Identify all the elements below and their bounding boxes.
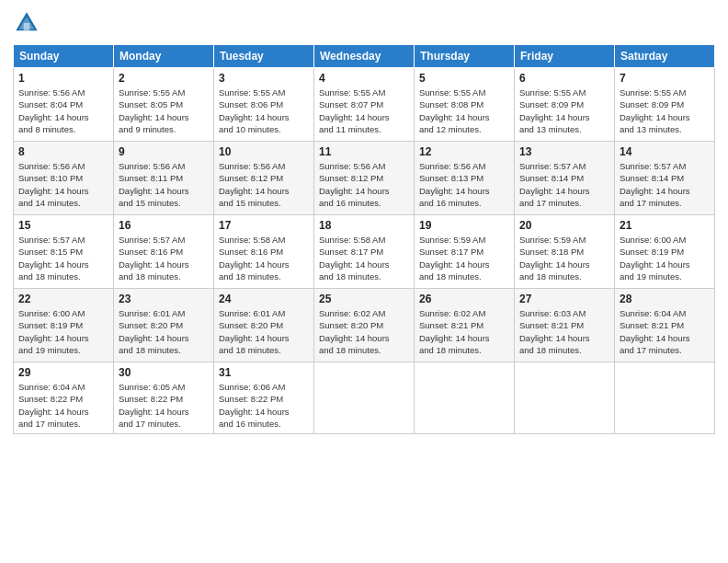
day-info: Sunrise: 5:59 AMSunset: 8:18 PMDaylight:… xyxy=(519,234,609,282)
calendar-cell: 2 Sunrise: 5:55 AMSunset: 8:05 PMDayligh… xyxy=(114,68,214,142)
day-info: Sunrise: 6:01 AMSunset: 8:20 PMDaylight:… xyxy=(219,307,309,356)
calendar-cell: 5 Sunrise: 5:55 AMSunset: 8:08 PMDayligh… xyxy=(415,68,515,142)
day-number: 19 xyxy=(419,219,509,232)
day-number: 4 xyxy=(319,72,409,85)
calendar-cell: 19 Sunrise: 5:59 AMSunset: 8:17 PMDaylig… xyxy=(415,215,515,289)
calendar-cell: 29 Sunrise: 6:04 AMSunset: 8:22 PMDaylig… xyxy=(14,362,114,434)
day-info: Sunrise: 5:56 AMSunset: 8:11 PMDaylight:… xyxy=(119,160,209,209)
day-info: Sunrise: 5:58 AMSunset: 8:17 PMDaylight:… xyxy=(319,234,409,282)
calendar-cell: 25 Sunrise: 6:02 AMSunset: 8:20 PMDaylig… xyxy=(314,289,415,362)
calendar-cell: 23 Sunrise: 6:01 AMSunset: 8:20 PMDaylig… xyxy=(114,289,214,362)
calendar-cell: 11 Sunrise: 5:56 AMSunset: 8:12 PMDaylig… xyxy=(314,142,415,215)
calendar-cell xyxy=(415,362,515,434)
day-number: 26 xyxy=(419,293,509,305)
day-of-week-header: Tuesday xyxy=(214,45,314,68)
calendar-cell: 14 Sunrise: 5:57 AMSunset: 8:14 PMDaylig… xyxy=(615,142,715,215)
calendar-cell: 24 Sunrise: 6:01 AMSunset: 8:20 PMDaylig… xyxy=(214,289,314,362)
calendar-week-row: 1 Sunrise: 5:56 AMSunset: 8:04 PMDayligh… xyxy=(14,68,715,142)
calendar-cell: 3 Sunrise: 5:55 AMSunset: 8:06 PMDayligh… xyxy=(214,68,314,142)
calendar-cell: 20 Sunrise: 5:59 AMSunset: 8:18 PMDaylig… xyxy=(515,215,615,289)
calendar-cell: 15 Sunrise: 5:57 AMSunset: 8:15 PMDaylig… xyxy=(14,215,114,289)
day-info: Sunrise: 6:04 AMSunset: 8:21 PMDaylight:… xyxy=(620,307,710,356)
day-of-week-header: Wednesday xyxy=(314,45,415,68)
day-info: Sunrise: 5:56 AMSunset: 8:13 PMDaylight:… xyxy=(419,160,509,209)
calendar-cell xyxy=(314,362,415,434)
day-number: 24 xyxy=(219,293,309,305)
day-info: Sunrise: 6:02 AMSunset: 8:21 PMDaylight:… xyxy=(419,307,509,356)
day-number: 10 xyxy=(219,145,309,158)
day-info: Sunrise: 5:56 AMSunset: 8:04 PMDaylight:… xyxy=(18,86,108,135)
calendar-cell: 28 Sunrise: 6:04 AMSunset: 8:21 PMDaylig… xyxy=(615,289,715,362)
day-info: Sunrise: 5:55 AMSunset: 8:06 PMDaylight:… xyxy=(219,86,309,135)
day-info: Sunrise: 5:57 AMSunset: 8:14 PMDaylight:… xyxy=(519,160,609,209)
day-number: 13 xyxy=(519,145,609,158)
day-info: Sunrise: 5:59 AMSunset: 8:17 PMDaylight:… xyxy=(419,234,509,282)
calendar-cell: 7 Sunrise: 5:55 AMSunset: 8:09 PMDayligh… xyxy=(615,68,715,142)
day-info: Sunrise: 5:55 AMSunset: 8:09 PMDaylight:… xyxy=(519,86,609,135)
day-number: 3 xyxy=(219,72,309,85)
calendar: SundayMondayTuesdayWednesdayThursdayFrid… xyxy=(13,44,715,434)
day-number: 31 xyxy=(219,366,309,379)
day-number: 9 xyxy=(119,145,209,158)
day-number: 30 xyxy=(119,366,209,379)
day-number: 16 xyxy=(119,219,209,232)
calendar-cell: 6 Sunrise: 5:55 AMSunset: 8:09 PMDayligh… xyxy=(515,68,615,142)
day-info: Sunrise: 6:00 AMSunset: 8:19 PMDaylight:… xyxy=(18,307,108,356)
calendar-cell: 12 Sunrise: 5:56 AMSunset: 8:13 PMDaylig… xyxy=(415,142,515,215)
calendar-cell: 26 Sunrise: 6:02 AMSunset: 8:21 PMDaylig… xyxy=(415,289,515,362)
day-number: 27 xyxy=(519,293,609,305)
day-of-week-header: Friday xyxy=(515,45,615,68)
day-info: Sunrise: 5:56 AMSunset: 8:12 PMDaylight:… xyxy=(219,160,309,209)
day-number: 1 xyxy=(18,72,108,85)
day-info: Sunrise: 6:06 AMSunset: 8:22 PMDaylight:… xyxy=(219,381,309,430)
day-number: 20 xyxy=(519,219,609,232)
calendar-cell: 22 Sunrise: 6:00 AMSunset: 8:19 PMDaylig… xyxy=(14,289,114,362)
header xyxy=(13,9,715,37)
calendar-cell: 30 Sunrise: 6:05 AMSunset: 8:22 PMDaylig… xyxy=(114,362,214,434)
calendar-cell xyxy=(515,362,615,434)
day-info: Sunrise: 5:57 AMSunset: 8:15 PMDaylight:… xyxy=(18,234,108,282)
day-info: Sunrise: 5:56 AMSunset: 8:10 PMDaylight:… xyxy=(18,160,108,209)
day-info: Sunrise: 5:57 AMSunset: 8:14 PMDaylight:… xyxy=(620,160,710,209)
day-number: 12 xyxy=(419,145,509,158)
day-number: 15 xyxy=(18,219,108,232)
day-info: Sunrise: 6:01 AMSunset: 8:20 PMDaylight:… xyxy=(119,307,209,356)
day-number: 5 xyxy=(419,72,509,85)
logo-icon xyxy=(13,9,40,37)
calendar-cell: 8 Sunrise: 5:56 AMSunset: 8:10 PMDayligh… xyxy=(14,142,114,215)
logo xyxy=(13,9,44,37)
calendar-week-row: 15 Sunrise: 5:57 AMSunset: 8:15 PMDaylig… xyxy=(14,215,715,289)
day-number: 8 xyxy=(18,145,108,158)
calendar-cell: 18 Sunrise: 5:58 AMSunset: 8:17 PMDaylig… xyxy=(314,215,415,289)
calendar-cell: 27 Sunrise: 6:03 AMSunset: 8:21 PMDaylig… xyxy=(515,289,615,362)
day-number: 23 xyxy=(119,293,209,305)
day-info: Sunrise: 6:04 AMSunset: 8:22 PMDaylight:… xyxy=(18,381,108,430)
calendar-cell: 13 Sunrise: 5:57 AMSunset: 8:14 PMDaylig… xyxy=(515,142,615,215)
day-info: Sunrise: 6:05 AMSunset: 8:22 PMDaylight:… xyxy=(119,381,209,430)
calendar-week-row: 8 Sunrise: 5:56 AMSunset: 8:10 PMDayligh… xyxy=(14,142,715,215)
day-info: Sunrise: 5:55 AMSunset: 8:05 PMDaylight:… xyxy=(119,86,209,135)
day-number: 25 xyxy=(319,293,409,305)
calendar-cell: 17 Sunrise: 5:58 AMSunset: 8:16 PMDaylig… xyxy=(214,215,314,289)
day-number: 17 xyxy=(219,219,309,232)
calendar-week-row: 22 Sunrise: 6:00 AMSunset: 8:19 PMDaylig… xyxy=(14,289,715,362)
day-number: 21 xyxy=(620,219,710,232)
day-number: 7 xyxy=(620,72,710,85)
day-of-week-header: Sunday xyxy=(14,45,114,68)
calendar-cell: 9 Sunrise: 5:56 AMSunset: 8:11 PMDayligh… xyxy=(114,142,214,215)
day-number: 6 xyxy=(519,72,609,85)
calendar-header-row: SundayMondayTuesdayWednesdayThursdayFrid… xyxy=(14,45,715,68)
calendar-week-row: 29 Sunrise: 6:04 AMSunset: 8:22 PMDaylig… xyxy=(14,362,715,434)
calendar-cell: 16 Sunrise: 5:57 AMSunset: 8:16 PMDaylig… xyxy=(114,215,214,289)
calendar-cell xyxy=(615,362,715,434)
page: SundayMondayTuesdayWednesdayThursdayFrid… xyxy=(0,0,728,563)
day-number: 29 xyxy=(18,366,108,379)
calendar-cell: 4 Sunrise: 5:55 AMSunset: 8:07 PMDayligh… xyxy=(314,68,415,142)
day-number: 22 xyxy=(18,293,108,305)
day-info: Sunrise: 5:55 AMSunset: 8:07 PMDaylight:… xyxy=(319,86,409,135)
day-info: Sunrise: 6:02 AMSunset: 8:20 PMDaylight:… xyxy=(319,307,409,356)
day-of-week-header: Monday xyxy=(114,45,214,68)
day-number: 18 xyxy=(319,219,409,232)
day-number: 28 xyxy=(620,293,710,305)
day-number: 14 xyxy=(620,145,710,158)
